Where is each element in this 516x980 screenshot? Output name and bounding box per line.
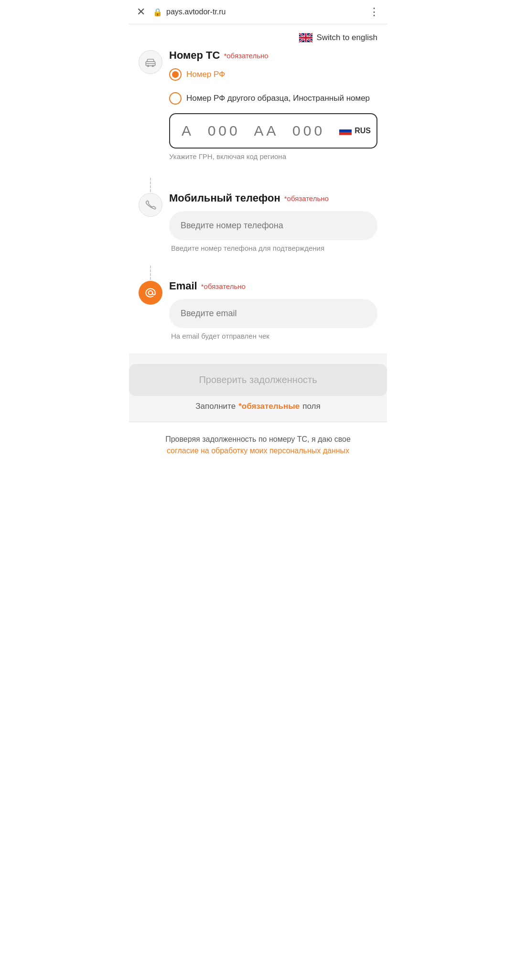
vehicle-number-body: Номер ТС *обязательно Номер РФ Номер РФ … <box>169 49 377 169</box>
phone-title: Мобильный телефон *обязательно <box>169 192 377 204</box>
svg-rect-4 <box>339 127 352 129</box>
phone-section: Мобильный телефон *обязательно Введите н… <box>139 192 377 257</box>
phone-input[interactable] <box>169 211 377 240</box>
email-hint: На email будет отправлен чек <box>169 332 377 340</box>
lang-switch-label: Switch to english <box>316 33 377 43</box>
phone-icon <box>144 199 157 211</box>
svg-rect-5 <box>339 129 352 132</box>
connector-line-1 <box>150 178 151 192</box>
email-input-wrap <box>169 299 377 328</box>
svg-point-2 <box>147 65 149 67</box>
car-section-icon <box>139 50 162 74</box>
svg-point-7 <box>149 291 153 295</box>
validation-message: Заполните *обязательные поля <box>129 402 387 411</box>
phone-body: Мобильный телефон *обязательно Введите н… <box>169 192 377 257</box>
ru-flag-icon <box>339 127 352 135</box>
phone-required-badge: *обязательно <box>284 194 329 202</box>
plate-type-radio-group: Номер РФ Номер РФ другого образца, Иност… <box>169 68 377 105</box>
svg-rect-6 <box>339 132 352 135</box>
phone-hint: Введите номер телефона для подтверждения <box>169 244 377 252</box>
radio-option2-button[interactable] <box>169 92 182 105</box>
connector-line-2 <box>150 266 151 280</box>
phone-input-wrap <box>169 211 377 240</box>
radio-option1-inner <box>172 71 179 78</box>
radio-option1-text: Номер РФ <box>186 70 225 79</box>
vehicle-number-title: Номер ТС *обязательно <box>169 49 377 62</box>
phone-section-icon <box>139 193 162 217</box>
svg-point-3 <box>152 65 154 67</box>
plate-hint: Укажите ГРН, включая код региона <box>169 152 377 160</box>
uk-flag-icon <box>299 33 312 43</box>
email-body: Email *обязательно На email будет отправ… <box>169 280 377 345</box>
plate-region-badge: RUS <box>339 127 371 135</box>
vehicle-required-badge: *обязательно <box>224 52 268 60</box>
email-title: Email *обязательно <box>169 280 377 292</box>
more-options-icon[interactable]: ⋮ <box>369 6 379 18</box>
close-icon[interactable]: ✕ <box>137 7 145 17</box>
bottom-notice: Проверяя задолженность по номеру ТС, я д… <box>129 422 387 468</box>
car-icon <box>144 56 157 68</box>
email-section-icon <box>139 281 162 305</box>
submit-section: Проверить задолженность Заполните *обяза… <box>129 353 387 422</box>
browser-bar: ✕ 🔒 pays.avtodor-tr.ru ⋮ <box>129 0 387 24</box>
page-content: Switch to english Номер ТС *обязательно <box>129 24 387 345</box>
radio-option1-button[interactable] <box>169 68 182 81</box>
submit-button[interactable]: Проверить задолженность <box>129 364 387 396</box>
browser-url: pays.avtodor-tr.ru <box>166 8 226 16</box>
radio-option2-label[interactable]: Номер РФ другого образца, Иностранный но… <box>169 92 370 105</box>
radio-option1-label[interactable]: Номер РФ <box>169 68 225 81</box>
validation-prefix: Заполните <box>195 402 236 411</box>
plate-region-text: RUS <box>355 127 371 135</box>
email-input[interactable] <box>169 299 377 328</box>
notice-text: Проверяя задолженность по номеру ТС, я д… <box>165 435 351 443</box>
radio-option2-text: Номер РФ другого образца, Иностранный но… <box>186 94 370 103</box>
at-icon <box>144 287 157 299</box>
email-section: Email *обязательно На email будет отправ… <box>139 280 377 345</box>
lock-icon: 🔒 <box>153 8 162 17</box>
browser-url-area: 🔒 pays.avtodor-tr.ru <box>153 8 361 17</box>
email-required-badge: *обязательно <box>201 282 246 290</box>
vehicle-number-section: Номер ТС *обязательно Номер РФ Номер РФ … <box>139 49 377 169</box>
validation-required: *обязательные <box>238 402 300 411</box>
notice-link[interactable]: согласие на обработку моих персональных … <box>167 447 349 455</box>
plate-input-wrap: RUS <box>169 113 377 149</box>
lang-switch-button[interactable]: Switch to english <box>139 24 377 49</box>
validation-suffix: поля <box>302 402 320 411</box>
